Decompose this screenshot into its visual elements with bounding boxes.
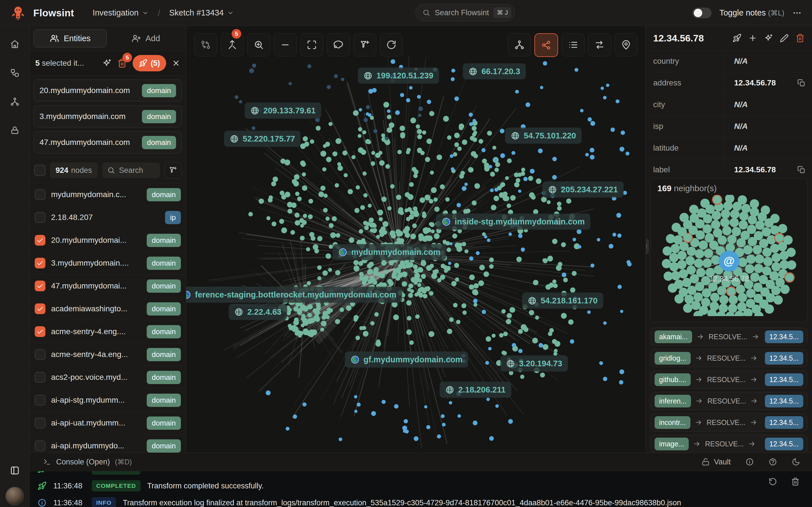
graph-node-label[interactable]: 54.218.161.170 bbox=[522, 293, 603, 309]
relation-target-badge[interactable]: 12.34.5... bbox=[765, 395, 803, 407]
rail-hierarchy-button[interactable] bbox=[6, 93, 23, 110]
rail-home-button[interactable] bbox=[6, 36, 23, 52]
entity-row[interactable]: acme-sentry-4a.eng...domain bbox=[30, 343, 186, 366]
relation-source-badge[interactable]: inferen... bbox=[655, 395, 691, 407]
map-view-button[interactable] bbox=[614, 33, 638, 56]
relation-row[interactable]: akamai...RESOLVE...12.34.5... bbox=[650, 328, 808, 346]
clear-console-icon[interactable] bbox=[791, 477, 800, 486]
graph-node-label[interactable]: 205.234.27.221 bbox=[542, 182, 624, 198]
relation-row[interactable]: image...RESOLVE...12.34.5... bbox=[650, 435, 808, 453]
help-icon[interactable] bbox=[768, 458, 777, 466]
relation-source-badge[interactable]: github.... bbox=[655, 373, 691, 386]
relation-source-badge[interactable]: incontr... bbox=[655, 416, 690, 429]
swap-view-button[interactable] bbox=[588, 33, 611, 56]
tab-add[interactable]: Add bbox=[109, 30, 182, 47]
toggle-panel-button[interactable] bbox=[6, 462, 23, 479]
graph-node-label[interactable]: inside-stg.mydummydomain.com bbox=[436, 214, 591, 230]
delete-selected-button[interactable]: 5 bbox=[117, 58, 127, 68]
row-checkbox[interactable] bbox=[35, 441, 45, 451]
attribute-row[interactable]: address12.34.56.78 bbox=[646, 72, 812, 94]
relation-row[interactable]: gridlog...RESOLVE...12.34.5... bbox=[650, 349, 808, 367]
relation-target-badge[interactable]: 12.34.5... bbox=[765, 373, 803, 386]
row-checkbox[interactable] bbox=[35, 258, 45, 269]
row-checkbox[interactable] bbox=[35, 326, 45, 337]
clear-history-icon[interactable] bbox=[768, 477, 777, 486]
tree-layout-button[interactable] bbox=[508, 33, 531, 56]
entity-row[interactable]: ai-api-uat.mydumm...domain bbox=[30, 412, 186, 435]
run-transform-button[interactable]: (5) bbox=[132, 55, 166, 71]
dark-mode-icon[interactable] bbox=[792, 458, 800, 466]
edit-icon[interactable] bbox=[780, 34, 789, 43]
graph-node-label[interactable]: 52.220.175.77 bbox=[224, 131, 301, 147]
graph-node-label[interactable]: 54.75.101.220 bbox=[505, 128, 582, 144]
graph-node-label[interactable]: gf.mydummydomain.com bbox=[345, 352, 468, 368]
console-header[interactable]: Console (Open) (⌘D) Vault bbox=[30, 453, 812, 471]
selected-entity-chip[interactable]: 3.mydummydomain.comdomain bbox=[34, 106, 182, 127]
zoom-in-button[interactable] bbox=[247, 33, 270, 56]
entity-row[interactable]: 47.mydummydomai...domain bbox=[30, 275, 186, 297]
breadcrumb-investigation[interactable]: Investigation bbox=[93, 8, 149, 17]
relation-row[interactable]: github....RESOLVE...12.34.5... bbox=[650, 371, 808, 389]
entity-row[interactable]: 2.18.48.207ip bbox=[30, 206, 186, 229]
attribute-row[interactable]: latitudeN/A bbox=[646, 137, 812, 159]
entity-row[interactable]: academiawashingto...domain bbox=[30, 297, 186, 320]
relation-source-badge[interactable]: gridlog... bbox=[655, 352, 691, 364]
entity-row[interactable]: acme-sentry-4.eng....domain bbox=[30, 320, 186, 343]
entity-row[interactable]: ai-api-stg.mydumm...domain bbox=[30, 389, 186, 412]
sparkles-icon[interactable] bbox=[102, 58, 112, 68]
attribute-row[interactable]: cityN/A bbox=[646, 94, 812, 116]
lasso-select-button[interactable] bbox=[327, 33, 350, 56]
rail-workflow-button[interactable] bbox=[6, 64, 23, 81]
graph-node-label[interactable]: 199.120.51.239 bbox=[358, 68, 439, 84]
entity-search-input[interactable]: Search bbox=[102, 162, 160, 178]
panel-resize-handle[interactable] bbox=[646, 239, 649, 254]
selected-entity-chip[interactable]: 47.mydummydomain.comdomain bbox=[34, 131, 182, 153]
attribute-row[interactable]: label12.34.56.78 bbox=[646, 159, 812, 174]
filter-button[interactable] bbox=[164, 162, 181, 178]
run-transform-icon[interactable] bbox=[733, 34, 742, 43]
list-view-button[interactable] bbox=[561, 33, 585, 56]
relation-target-badge[interactable]: 12.34.5... bbox=[765, 352, 803, 364]
zoom-out-button[interactable] bbox=[274, 33, 297, 56]
more-menu-icon[interactable] bbox=[792, 8, 802, 18]
neighbors-graph[interactable]: @12.34.56.78 bbox=[651, 195, 808, 316]
copy-icon[interactable] bbox=[797, 166, 805, 174]
force-layout-button[interactable] bbox=[534, 33, 558, 57]
canvas-filter-button[interactable] bbox=[353, 33, 376, 56]
row-checkbox[interactable] bbox=[35, 349, 45, 360]
row-checkbox[interactable] bbox=[35, 372, 45, 383]
attribute-row[interactable]: countryN/A bbox=[646, 51, 812, 72]
nodes-count-pill[interactable]: 924nodes bbox=[50, 162, 98, 178]
delete-node-icon[interactable] bbox=[796, 34, 805, 43]
entity-row[interactable]: 20.mydummydomai...domain bbox=[30, 229, 186, 252]
relation-target-badge[interactable]: 12.34.5... bbox=[765, 416, 803, 429]
entity-row[interactable]: ai-api.mydummydo...domain bbox=[30, 435, 186, 453]
row-checkbox[interactable] bbox=[35, 212, 45, 223]
entity-row[interactable]: 3.mydummydomain....domain bbox=[30, 252, 186, 275]
relation-target-badge[interactable]: 12.34.5... bbox=[765, 438, 803, 450]
graph-canvas[interactable]: 199.120.51.23966.17.20.3209.133.79.6152.… bbox=[186, 26, 646, 453]
tab-entities[interactable]: Entities bbox=[34, 29, 107, 47]
row-checkbox[interactable] bbox=[35, 235, 45, 245]
rail-lock-button[interactable] bbox=[6, 122, 23, 139]
graph-node-label[interactable]: 3.20.194.73 bbox=[500, 355, 568, 372]
add-icon[interactable] bbox=[748, 34, 757, 43]
relation-target-badge[interactable]: 12.34.5... bbox=[765, 331, 803, 343]
row-checkbox[interactable] bbox=[35, 281, 45, 291]
refresh-layout-button[interactable] bbox=[380, 33, 403, 56]
user-avatar[interactable] bbox=[5, 487, 24, 505]
relation-row[interactable]: inferen...RESOLVE...12.34.5... bbox=[650, 392, 808, 410]
graph-node-label[interactable]: 2.22.4.63 bbox=[229, 304, 287, 320]
graph-node-label[interactable]: 2.18.206.211 bbox=[440, 382, 511, 398]
row-checkbox[interactable] bbox=[35, 303, 45, 314]
graph-node-label[interactable]: mydummydomain.com bbox=[333, 244, 446, 260]
row-checkbox[interactable] bbox=[35, 395, 45, 405]
row-checkbox[interactable] bbox=[35, 189, 45, 200]
info-icon[interactable] bbox=[745, 458, 754, 466]
select-all-checkbox[interactable] bbox=[34, 165, 45, 176]
compare-tool-button[interactable] bbox=[194, 33, 217, 56]
relation-source-badge[interactable]: image... bbox=[655, 438, 689, 450]
notes-toggle[interactable] bbox=[692, 8, 712, 18]
vault-button[interactable]: Vault bbox=[701, 458, 731, 466]
selected-entity-chip[interactable]: 20.mydummydomain.comdomain bbox=[34, 79, 182, 102]
